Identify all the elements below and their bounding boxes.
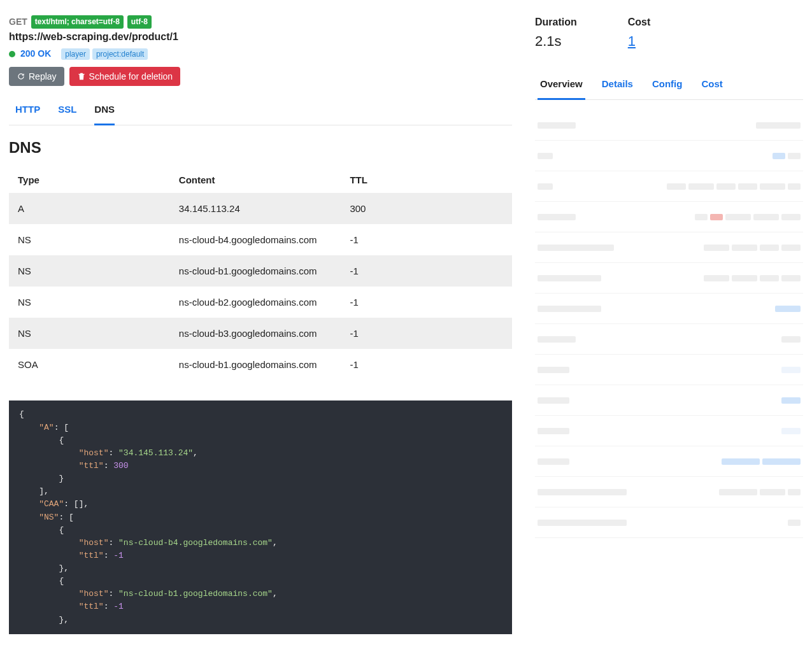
overview-row (535, 477, 803, 507)
replay-button[interactable]: Replay (9, 67, 64, 86)
redacted-box (781, 428, 801, 434)
table-row: A34.145.113.24300 (9, 193, 512, 224)
overview-row (535, 507, 803, 538)
redacted-box (538, 245, 614, 251)
redacted-box (781, 275, 801, 281)
redacted-box (781, 336, 801, 343)
redacted-box (760, 489, 785, 495)
dns-cell-ttl: 300 (341, 193, 512, 224)
overview-row (535, 263, 803, 294)
redacted-box (719, 489, 757, 495)
overview-row (535, 324, 803, 355)
duration-value: 2.1s (535, 32, 577, 52)
redacted-box (732, 245, 757, 251)
dns-cell-type: A (9, 193, 170, 224)
status-dot-icon (9, 51, 15, 57)
dns-header-content: Content (170, 167, 341, 193)
redacted-box (760, 245, 779, 251)
redacted-box (538, 275, 601, 281)
dns-cell-type: NS (9, 287, 170, 318)
content-type-badge: text/html; charset=utf-8 (31, 15, 124, 29)
redacted-box (760, 275, 779, 281)
redacted-box (538, 520, 627, 526)
redacted-box (716, 183, 736, 190)
redacted-box (667, 183, 686, 190)
tab-http[interactable]: HTTP (15, 96, 40, 125)
tab-config[interactable]: Config (650, 71, 685, 99)
redacted-box (775, 306, 801, 312)
cost-label: Cost (628, 15, 651, 29)
redacted-box (538, 397, 569, 404)
redacted-box (781, 397, 801, 404)
redacted-box (773, 153, 785, 159)
redacted-box (788, 153, 801, 159)
redacted-box (538, 122, 576, 129)
trash-icon (77, 72, 86, 81)
overview-row (535, 294, 803, 324)
redacted-box (538, 489, 627, 495)
refresh-icon (17, 72, 25, 81)
dns-header-ttl: TTL (341, 167, 512, 193)
redacted-box (538, 214, 576, 220)
http-method: GET (9, 16, 27, 29)
redacted-box (538, 306, 601, 312)
dns-cell-ttl: -1 (341, 224, 512, 255)
duration-label: Duration (535, 15, 577, 29)
dns-table: Type Content TTL A34.145.113.24300NSns-c… (9, 167, 512, 380)
encoding-badge: utf-8 (127, 15, 152, 29)
dns-cell-content: ns-cloud-b1.googledomains.com (170, 349, 341, 380)
dns-cell-type: NS (9, 255, 170, 287)
redacted-box (756, 122, 801, 129)
table-row: NSns-cloud-b4.googledomains.com-1 (9, 224, 512, 255)
table-row: SOAns-cloud-b1.googledomains.com-1 (9, 349, 512, 380)
dns-header-type: Type (9, 167, 170, 193)
redacted-box (538, 428, 569, 434)
overview-row (535, 355, 803, 385)
redacted-box (538, 336, 576, 343)
redacted-box (788, 183, 801, 190)
table-row: NSns-cloud-b2.googledomains.com-1 (9, 287, 512, 318)
tab-cost[interactable]: Cost (699, 71, 725, 99)
redacted-box (760, 183, 785, 190)
redacted-box (538, 183, 553, 190)
redacted-box (704, 245, 729, 251)
dns-json-code: { "A": [ { "host": "34.145.113.24", "ttl… (9, 400, 512, 634)
redacted-box (781, 214, 801, 220)
overview-row (535, 141, 803, 171)
overview-row (535, 416, 803, 446)
redacted-box (738, 183, 757, 190)
dns-cell-content: ns-cloud-b1.googledomains.com (170, 255, 341, 287)
overview-row (535, 385, 803, 416)
dns-cell-ttl: -1 (341, 318, 512, 349)
redacted-box (538, 153, 553, 159)
redacted-box (695, 214, 708, 220)
dns-cell-ttl: -1 (341, 255, 512, 287)
redacted-box (781, 245, 801, 251)
cost-value[interactable]: 1 (628, 32, 651, 52)
schedule-delete-label: Schedule for deletion (89, 71, 173, 82)
request-tag[interactable]: player (61, 48, 90, 60)
overview-row (535, 232, 803, 263)
table-row: NSns-cloud-b1.googledomains.com-1 (9, 255, 512, 287)
replay-label: Replay (29, 71, 57, 82)
redacted-box (762, 458, 801, 465)
schedule-delete-button[interactable]: Schedule for deletion (69, 67, 181, 86)
dns-cell-content: 34.145.113.24 (170, 193, 341, 224)
redacted-box (538, 458, 569, 465)
redacted-box (710, 214, 723, 220)
tab-details[interactable]: Details (599, 71, 636, 99)
dns-cell-content: ns-cloud-b3.googledomains.com (170, 318, 341, 349)
request-tag[interactable]: project:default (92, 48, 148, 60)
overview-row (535, 171, 803, 202)
tab-dns[interactable]: DNS (94, 96, 115, 125)
redacted-box (781, 367, 801, 373)
dns-cell-content: ns-cloud-b2.googledomains.com (170, 287, 341, 318)
tab-ssl[interactable]: SSL (58, 96, 76, 125)
overview-row (535, 202, 803, 232)
table-row: NSns-cloud-b3.googledomains.com-1 (9, 318, 512, 349)
redacted-box (722, 458, 760, 465)
redacted-box (725, 214, 751, 220)
dns-cell-ttl: -1 (341, 349, 512, 380)
dns-cell-type: NS (9, 224, 170, 255)
tab-overview[interactable]: Overview (538, 71, 585, 100)
